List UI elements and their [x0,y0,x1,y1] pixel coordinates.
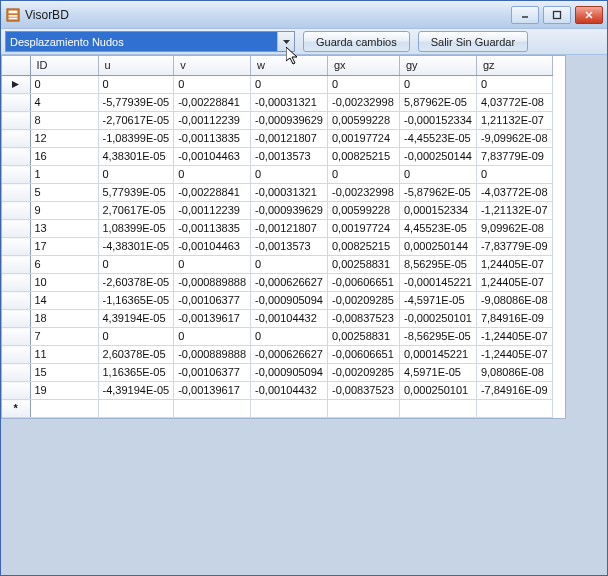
row-header[interactable] [2,364,30,382]
cell[interactable]: 0,00258831 [327,328,399,346]
cell[interactable]: 0 [98,76,174,94]
cell[interactable]: -0,00104463 [174,148,251,166]
cell[interactable]: -9,08086E-08 [476,292,552,310]
cell[interactable]: 6 [30,256,98,274]
cell[interactable]: -8,56295E-05 [399,328,476,346]
row-header[interactable] [2,94,30,112]
titlebar[interactable]: VisorBD [1,1,607,29]
cell[interactable]: 8,56295E-05 [399,256,476,274]
cell[interactable]: -0,00031321 [251,94,328,112]
row-header[interactable] [2,148,30,166]
cell[interactable]: 4 [30,94,98,112]
cell[interactable] [327,400,399,418]
cell[interactable]: 1 [30,166,98,184]
cell[interactable]: -0,0013573 [251,148,328,166]
cell[interactable]: 0,00197724 [327,130,399,148]
cell[interactable]: 4,03772E-08 [476,94,552,112]
cell[interactable]: -4,39194E-05 [98,382,174,400]
cell[interactable]: -0,000145221 [399,274,476,292]
dataset-combobox[interactable]: Desplazamiento Nudos [5,31,295,52]
save-button[interactable]: Guarda cambios [303,31,410,52]
cell[interactable]: -0,00106377 [174,364,251,382]
maximize-button[interactable] [543,6,571,24]
col-header[interactable]: gy [399,56,476,76]
cell[interactable]: -0,00228841 [174,94,251,112]
cell[interactable]: 1,21132E-07 [476,112,552,130]
new-row-icon[interactable]: * [2,400,30,418]
cell[interactable]: 0 [98,166,174,184]
col-header[interactable]: gz [476,56,552,76]
col-header[interactable]: v [174,56,251,76]
cell[interactable]: -0,00209285 [327,292,399,310]
cell[interactable]: -0,000939629 [251,202,328,220]
cell[interactable]: 1,08399E-05 [98,220,174,238]
cell[interactable]: 0 [327,166,399,184]
cell[interactable]: 4,38301E-05 [98,148,174,166]
data-grid[interactable]: ID u v w gx gy gz 00000004-5,77939E-05-0… [1,55,566,419]
cell[interactable]: -0,000939629 [251,112,328,130]
cell[interactable]: -0,00606651 [327,274,399,292]
cell[interactable]: 18 [30,310,98,328]
cell[interactable]: 0 [251,256,328,274]
cell[interactable]: 5 [30,184,98,202]
cell[interactable]: -4,45523E-05 [399,130,476,148]
table-row[interactable]: 131,08399E-05-0,00113835-0,001218070,001… [2,220,552,238]
grid-area[interactable]: ID u v w gx gy gz 00000004-5,77939E-05-0… [1,55,607,575]
cell[interactable]: 0 [399,166,476,184]
cell[interactable] [98,400,174,418]
table-row[interactable]: 1000000 [2,166,552,184]
table-row[interactable]: 55,77939E-05-0,00228841-0,00031321-0,002… [2,184,552,202]
cell[interactable]: 0 [98,328,174,346]
row-header[interactable] [2,292,30,310]
cell[interactable]: -0,00113835 [174,220,251,238]
cell[interactable]: 19 [30,382,98,400]
row-header[interactable] [2,310,30,328]
cell[interactable]: -0,00104432 [251,382,328,400]
cell[interactable]: -0,00106377 [174,292,251,310]
cell[interactable]: -9,09962E-08 [476,130,552,148]
cell[interactable]: -1,24405E-07 [476,328,552,346]
table-row[interactable]: 19-4,39194E-05-0,00139617-0,00104432-0,0… [2,382,552,400]
cell[interactable]: -0,000905094 [251,292,328,310]
row-header[interactable] [2,202,30,220]
cell[interactable]: -4,5971E-05 [399,292,476,310]
cell[interactable]: 0 [399,76,476,94]
cell[interactable]: -2,70617E-05 [98,112,174,130]
cell[interactable]: 15 [30,364,98,382]
cell[interactable]: -0,000889888 [174,346,251,364]
cell[interactable]: 0 [98,256,174,274]
cell[interactable]: 7,84916E-09 [476,310,552,328]
cell[interactable]: -0,00139617 [174,382,251,400]
cell[interactable]: 1,16365E-05 [98,364,174,382]
cell[interactable]: -0,00606651 [327,346,399,364]
cell[interactable]: 0,00197724 [327,220,399,238]
table-row[interactable]: 14-1,16365E-05-0,00106377-0,000905094-0,… [2,292,552,310]
table-row[interactable]: 70000,00258831-8,56295E-05-1,24405E-07 [2,328,552,346]
row-header[interactable] [2,238,30,256]
cell[interactable]: -1,21132E-07 [476,202,552,220]
cell[interactable]: -0,00031321 [251,184,328,202]
cell[interactable]: -0,00209285 [327,364,399,382]
cell[interactable]: 0 [476,76,552,94]
col-header[interactable]: ID [30,56,98,76]
cell[interactable]: 0 [30,76,98,94]
cell[interactable]: -0,000152334 [399,112,476,130]
row-header[interactable] [2,112,30,130]
col-header[interactable]: gx [327,56,399,76]
cell[interactable]: -5,77939E-05 [98,94,174,112]
cell[interactable]: 9,09962E-08 [476,220,552,238]
cell[interactable]: 12 [30,130,98,148]
close-button[interactable] [575,6,603,24]
cell[interactable]: 0,000250144 [399,238,476,256]
cell[interactable]: -4,03772E-08 [476,184,552,202]
cell[interactable]: 7,83779E-09 [476,148,552,166]
cell[interactable]: 16 [30,148,98,166]
cell[interactable]: -0,00228841 [174,184,251,202]
row-header[interactable] [2,220,30,238]
cell[interactable]: 4,39194E-05 [98,310,174,328]
cell[interactable]: 0,00258831 [327,256,399,274]
cell[interactable]: 0 [174,166,251,184]
row-header[interactable] [2,184,30,202]
cell[interactable]: 14 [30,292,98,310]
table-row[interactable]: 17-4,38301E-05-0,00104463-0,00135730,008… [2,238,552,256]
